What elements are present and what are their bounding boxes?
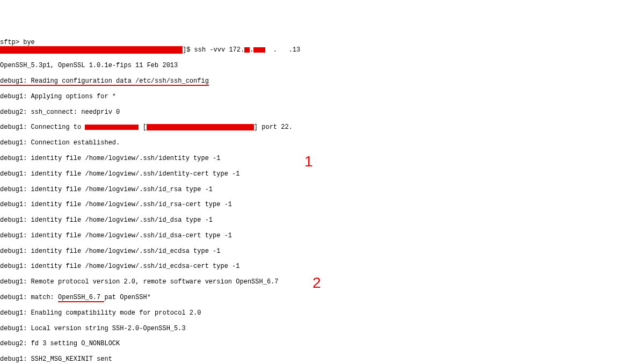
- text: debug1: match:: [0, 294, 58, 301]
- output-line: debug1: SSH2_MSG_KEXINIT sent: [0, 355, 625, 363]
- output-line: debug1: Enabling compatibility mode for …: [0, 309, 625, 317]
- output-line: debug1: identity file /home/logview/.ssh…: [0, 170, 625, 178]
- prompt-line: sftp> bye ]$ ssh -vvv 172.. . .13: [0, 39, 625, 54]
- redacted-ip2: [253, 47, 265, 53]
- output-line: debug1: Local version string SSH-2.0-Ope…: [0, 325, 625, 332]
- output-line: OpenSSH_5.3p1, OpenSSL 1.0.1e-fips 11 Fe…: [0, 62, 625, 69]
- output-line: debug1: Connecting to [] port 22.: [0, 123, 625, 131]
- ssh-command: ssh -vvv 172.: [194, 47, 245, 54]
- text: ] port 22.: [254, 123, 293, 131]
- output-line: debug1: identity file /home/logview/.ssh…: [0, 186, 625, 193]
- output-line: debug1: identity file /home/logview/.ssh…: [0, 247, 625, 255]
- output-line: debug1: match: OpenSSH_6.7 pat OpenSSH*: [0, 294, 625, 301]
- ssh-ip-tail: . .13: [265, 47, 300, 54]
- underlined-match: OpenSSH_6.7: [58, 294, 104, 302]
- prompt-suffix: ]$: [183, 47, 194, 54]
- terminal-output: sftp> bye ]$ ssh -vvv 172.. . .13 OpenSS…: [0, 31, 625, 364]
- output-line: debug1: identity file /home/logview/.ssh…: [0, 155, 625, 162]
- text: debug1: Connecting to: [0, 123, 85, 131]
- text: pat OpenSSH*: [104, 294, 150, 301]
- output-line: debug1: Remote protocol version 2.0, rem…: [0, 278, 625, 286]
- redacted-host: [85, 125, 139, 130]
- text: [: [139, 123, 146, 131]
- output-line: debug1: Applying options for *: [0, 93, 625, 100]
- underlined-text: debug1: Reading configuration data /etc/…: [0, 77, 209, 86]
- output-line: debug1: identity file /home/logview/.ssh…: [0, 232, 625, 239]
- output-line: debug1: Connection established.: [0, 139, 625, 147]
- redacted-ip-full: [147, 124, 254, 130]
- output-line: debug2: fd 3 setting O_NONBLOCK: [0, 340, 625, 347]
- output-line: debug1: Reading configuration data /etc/…: [0, 77, 625, 85]
- output-line: debug2: ssh_connect: needpriv 0: [0, 108, 625, 116]
- output-line: debug1: identity file /home/logview/.ssh…: [0, 263, 625, 270]
- redacted-ip1: [244, 47, 250, 53]
- output-line: debug1: identity file /home/logview/.ssh…: [0, 201, 625, 208]
- redacted-hostname: [0, 46, 183, 54]
- output-line: debug1: identity file /home/logview/.ssh…: [0, 216, 625, 224]
- prompt-prefix: sftp> bye: [0, 39, 35, 46]
